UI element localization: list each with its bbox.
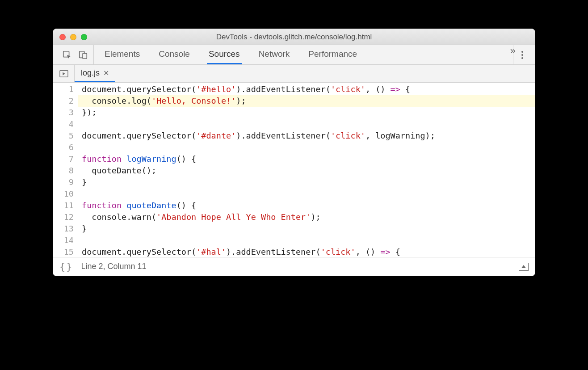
file-tab-label: log.js: [81, 68, 100, 78]
line-number[interactable]: 9: [53, 177, 74, 188]
code-editor[interactable]: 123456789101112131415 document.querySele…: [53, 83, 535, 257]
devtools-toolbar: ElementsConsoleSourcesNetworkPerformance…: [53, 45, 535, 65]
line-number[interactable]: 1: [53, 84, 74, 95]
line-number[interactable]: 14: [53, 235, 74, 246]
toolbar-left-group: [57, 45, 94, 64]
line-number[interactable]: 2: [53, 95, 74, 107]
close-file-icon[interactable]: ✕: [103, 69, 109, 77]
code-line[interactable]: console.warn('Abandon Hope All Ye Who En…: [78, 211, 535, 223]
code-line[interactable]: }: [78, 223, 535, 235]
device-toolbar-icon[interactable]: [78, 50, 88, 60]
code-line[interactable]: });: [78, 107, 535, 118]
drawer-toggle-icon[interactable]: [519, 263, 529, 271]
window-titlebar: DevTools - devtools.glitch.me/console/lo…: [53, 29, 535, 45]
line-number[interactable]: 3: [53, 107, 74, 118]
line-number[interactable]: 4: [53, 118, 74, 130]
toolbar-right-group: [513, 45, 531, 64]
editor-status-bar: {} Line 2, Column 11: [53, 257, 535, 276]
tab-console[interactable]: Console: [157, 45, 192, 64]
code-line[interactable]: [78, 188, 535, 200]
sources-file-tabs: log.js ✕: [53, 65, 535, 83]
code-line[interactable]: quoteDante();: [78, 165, 535, 177]
window-title: DevTools - devtools.glitch.me/console/lo…: [53, 33, 535, 42]
line-number[interactable]: 7: [53, 153, 74, 165]
code-line[interactable]: document.querySelector('#hal').addEventL…: [78, 246, 535, 257]
line-number[interactable]: 15: [53, 246, 74, 257]
tab-elements[interactable]: Elements: [103, 45, 142, 64]
panel-tabs: ElementsConsoleSourcesNetworkPerformance: [94, 45, 510, 64]
code-line[interactable]: function quoteDante() {: [78, 200, 535, 211]
code-line[interactable]: [78, 142, 535, 153]
line-number[interactable]: 13: [53, 223, 74, 235]
zoom-window-button[interactable]: [81, 34, 87, 40]
code-line[interactable]: document.querySelector('#hello').addEven…: [78, 84, 535, 95]
code-line[interactable]: }: [78, 177, 535, 188]
pretty-print-icon[interactable]: {}: [59, 261, 73, 272]
close-window-button[interactable]: [59, 34, 66, 40]
settings-menu-icon[interactable]: [520, 49, 525, 61]
devtools-window: DevTools - devtools.glitch.me/console/lo…: [53, 29, 535, 276]
file-tab-log-js[interactable]: log.js ✕: [75, 65, 115, 82]
code-line[interactable]: [78, 235, 535, 246]
code-line[interactable]: console.log('Hello, Console!');: [78, 95, 535, 107]
inspect-element-icon[interactable]: [62, 50, 72, 60]
tab-network[interactable]: Network: [257, 45, 292, 64]
navigator-toggle-icon[interactable]: [53, 65, 75, 82]
svg-rect-2: [83, 53, 87, 59]
code-content[interactable]: document.querySelector('#hello').addEven…: [78, 83, 535, 257]
cursor-position-label: Line 2, Column 11: [81, 262, 147, 271]
code-line[interactable]: function logWarning() {: [78, 153, 535, 165]
line-number[interactable]: 5: [53, 130, 74, 142]
line-number[interactable]: 11: [53, 200, 74, 211]
code-line[interactable]: document.querySelector('#dante').addEven…: [78, 130, 535, 142]
minimize-window-button[interactable]: [70, 34, 76, 40]
tab-performance[interactable]: Performance: [307, 45, 359, 64]
line-number[interactable]: 6: [53, 142, 74, 153]
line-number[interactable]: 12: [53, 211, 74, 223]
line-number[interactable]: 8: [53, 165, 74, 177]
tab-sources[interactable]: Sources: [207, 45, 242, 64]
window-traffic-lights: [53, 34, 87, 40]
code-line[interactable]: [78, 118, 535, 130]
line-number[interactable]: 10: [53, 188, 74, 200]
line-number-gutter: 123456789101112131415: [53, 83, 78, 257]
